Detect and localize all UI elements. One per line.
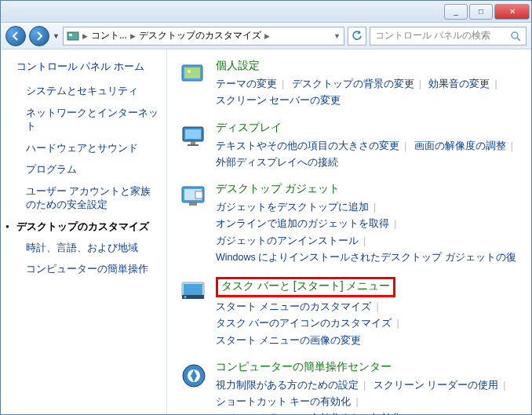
- svg-rect-1: [69, 34, 72, 36]
- search-placeholder: コントロール パネルの検索: [375, 29, 510, 42]
- personalization-icon: [178, 59, 210, 90]
- breadcrumb-1[interactable]: コント...: [91, 29, 127, 42]
- task-link[interactable]: ハイ コントラストの有効化または無効化: [216, 413, 402, 414]
- task-link[interactable]: テキストやその他の項目の大きさの変更: [216, 140, 399, 151]
- task-link[interactable]: スクリーン セーバーの変更: [216, 95, 341, 106]
- svg-point-6: [188, 70, 191, 73]
- sidebar-item[interactable]: ネットワークとインターネット: [26, 107, 159, 134]
- breadcrumb-2[interactable]: デスクトップのカスタマイズ: [139, 29, 261, 42]
- category-ease-of-access: コンピューターの簡単操作センター 視力制限がある方のための設定| スクリーン リ…: [178, 360, 531, 414]
- category-title[interactable]: 個人設定: [216, 59, 531, 73]
- chevron-down-icon[interactable]: ▼: [333, 32, 341, 40]
- refresh-button[interactable]: [348, 27, 366, 46]
- maximize-button[interactable]: □: [469, 4, 493, 20]
- task-link[interactable]: オンラインで追加のガジェットを取得: [216, 218, 389, 229]
- svg-rect-14: [189, 202, 197, 206]
- chevron-right-icon: ▶: [82, 32, 88, 40]
- svg-rect-9: [191, 141, 195, 144]
- main-panel: 個人設定 テーマの変更| デスクトップの背景の変更| 効果音の変更| スクリーン…: [167, 49, 531, 414]
- chevron-down-icon[interactable]: ▼: [53, 32, 60, 40]
- svg-rect-16: [184, 284, 202, 295]
- arrow-right-icon: [35, 31, 44, 41]
- sidebar-home-link[interactable]: コントロール パネル ホーム: [16, 60, 159, 74]
- highlighted-title: タスク バーと [スタート] メニュー: [216, 277, 395, 297]
- task-link[interactable]: 視力制限がある方のための設定: [216, 380, 359, 391]
- sidebar-item[interactable]: ユーザー アカウントと家族のための安全設定: [26, 185, 159, 213]
- category-gadgets: デスクトップ ガジェット ガジェットをデスクトップに追加| オンラインで追加のガ…: [178, 182, 531, 266]
- category-personalization: 個人設定 テーマの変更| デスクトップの背景の変更| 効果音の変更| スクリーン…: [178, 59, 531, 110]
- task-link[interactable]: テーマの変更: [216, 78, 277, 89]
- chevron-right-icon: ▶: [264, 32, 270, 40]
- sidebar-item-current[interactable]: デスクトップのカスタマイズ: [16, 220, 159, 234]
- sidebar-item[interactable]: システムとセキュリティ: [26, 85, 159, 99]
- sidebar-item[interactable]: ハードウェアとサウンド: [26, 142, 159, 156]
- category-title[interactable]: コンピューターの簡単操作センター: [216, 360, 531, 374]
- sidebar: コントロール パネル ホーム システムとセキュリティ ネットワークとインターネッ…: [1, 49, 167, 414]
- refresh-icon: [352, 31, 363, 42]
- task-link[interactable]: スクリーン リーダーの使用: [373, 380, 498, 391]
- sidebar-item[interactable]: プログラム: [26, 163, 159, 177]
- back-button[interactable]: [5, 26, 26, 46]
- display-icon: [178, 121, 210, 152]
- minimize-button[interactable]: _: [444, 4, 468, 20]
- task-link[interactable]: 効果音の変更: [428, 78, 490, 89]
- search-icon: [510, 31, 521, 42]
- arrow-left-icon: [11, 31, 20, 41]
- category-title[interactable]: デスクトップ ガジェット: [216, 182, 531, 196]
- svg-rect-13: [195, 191, 202, 198]
- chevron-right-icon: ▶: [130, 32, 136, 40]
- forward-button[interactable]: [29, 26, 49, 46]
- svg-rect-10: [188, 144, 199, 146]
- task-link[interactable]: Windows によりインストールされたデスクトップ ガジェットの復: [216, 252, 516, 263]
- taskbar-icon: [178, 277, 210, 308]
- nav-bar: ▼ ▶ コント... ▶ デスクトップのカスタマイズ ▶ ▼ コントロール パネ…: [1, 23, 531, 49]
- task-link[interactable]: デスクトップの背景の変更: [292, 78, 414, 89]
- control-panel-icon: [67, 30, 79, 42]
- task-link[interactable]: ショートカット キーの有効化: [216, 396, 351, 407]
- task-link[interactable]: タスク バーのアイコンのカスタマイズ: [216, 318, 392, 329]
- ease-of-access-icon: [178, 360, 210, 391]
- svg-point-18: [184, 296, 187, 298]
- title-bar: _ □ ✕: [1, 1, 531, 23]
- category-title[interactable]: タスク バーと [スタート] メニュー: [221, 279, 390, 292]
- search-input[interactable]: コントロール パネルの検索: [370, 27, 527, 46]
- svg-rect-5: [184, 67, 200, 78]
- task-link[interactable]: 外部ディスプレイへの接続: [216, 157, 338, 168]
- address-bar[interactable]: ▶ コント... ▶ デスクトップのカスタマイズ ▶ ▼: [63, 27, 344, 46]
- category-display: ディスプレイ テキストやその他の項目の大きさの変更| 画面の解像度の調整| 外部…: [178, 121, 531, 172]
- sidebar-item[interactable]: 時計、言語、および地域: [26, 242, 159, 256]
- svg-line-3: [517, 38, 520, 41]
- gadgets-icon: [178, 182, 210, 213]
- close-button[interactable]: ✕: [494, 4, 530, 20]
- window: _ □ ✕ ▼ ▶ コント... ▶ デスクトップのカスタマイズ ▶ ▼ コント…: [0, 0, 532, 415]
- task-link[interactable]: スタート メニューのカスタマイズ: [216, 301, 371, 312]
- task-link[interactable]: 画面の解像度の調整: [414, 140, 506, 151]
- svg-rect-8: [185, 129, 201, 139]
- sidebar-item[interactable]: コンピューターの簡単操作: [26, 263, 159, 277]
- category-taskbar: タスク バーと [スタート] メニュー スタート メニューのカスタマイズ| タス…: [178, 277, 531, 349]
- category-title[interactable]: ディスプレイ: [216, 121, 531, 135]
- svg-point-2: [512, 32, 518, 38]
- content-body: コントロール パネル ホーム システムとセキュリティ ネットワークとインターネッ…: [1, 49, 531, 414]
- task-link[interactable]: ガジェットのアンインストール: [216, 235, 359, 246]
- task-link[interactable]: スタート メニューの画像の変更: [216, 335, 361, 346]
- task-link[interactable]: ガジェットをデスクトップに追加: [216, 202, 369, 213]
